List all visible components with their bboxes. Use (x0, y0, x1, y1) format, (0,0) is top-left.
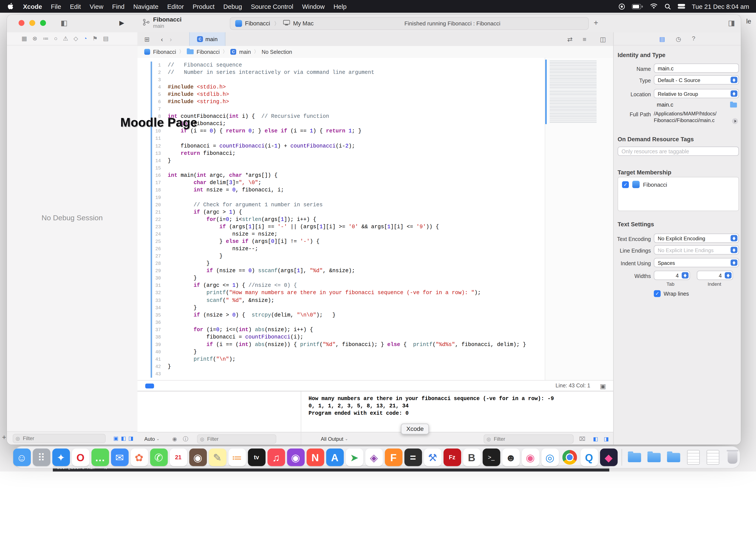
variables-filter-input[interactable] (206, 435, 273, 442)
code-line[interactable]: 22 for(i=0; i<strlen(args[1]); i++) { (138, 216, 614, 223)
code-line[interactable]: 8int countFibonacci(int i) { // Recursiv… (138, 113, 614, 120)
menu-xcode[interactable]: Xcode (18, 3, 46, 10)
code-line[interactable]: 28 } (138, 260, 614, 267)
dock-calculator-icon[interactable]: = (404, 448, 422, 466)
code-line[interactable]: 3 (138, 76, 614, 84)
breadcrumb-group[interactable]: Fibonacci (197, 49, 220, 55)
variables-filter-field[interactable]: ◎ (197, 434, 276, 443)
toggle-navigator-icon[interactable]: ◧ (61, 18, 68, 27)
open-path-arrow-icon[interactable] (732, 118, 738, 124)
code-line[interactable]: 42} (138, 363, 614, 370)
dock-folder-documents-icon[interactable] (645, 448, 663, 466)
run-button[interactable]: ▶ (120, 19, 124, 26)
navigator-tab-find-icon[interactable]: ○ (54, 35, 58, 42)
navigator-tab-project-icon[interactable]: ▦ (21, 35, 27, 42)
code-line[interactable]: 26 nsize--; (138, 245, 614, 253)
dock-launchpad-icon[interactable]: ⠿ (33, 448, 50, 466)
apple-menu-icon[interactable] (7, 2, 14, 10)
dock-filezilla-icon[interactable]: Fz (443, 448, 461, 466)
menu-bar-clock[interactable]: Tue 21 Dec 8:04 am (692, 3, 749, 10)
dock-xcode-icon[interactable]: ⚒ (424, 448, 441, 466)
back-icon[interactable]: ‹ (161, 36, 163, 43)
type-popup[interactable]: Default - C Source (654, 75, 739, 85)
code-line[interactable]: 41 printf("\n"); (138, 356, 614, 363)
dock-facetime-icon[interactable]: ✆ (150, 448, 168, 466)
dock-notes-icon[interactable]: ✎ (209, 448, 226, 466)
line-endings-popup[interactable]: No Explicit Line Endings (654, 245, 739, 255)
code-line[interactable]: 29 if (nsize == 0) sscanf(args[1], "%d",… (138, 267, 614, 275)
dock-affinity-icon[interactable]: ◆ (600, 448, 617, 466)
show-variables-pane-icon[interactable]: ◧ (593, 436, 598, 442)
membership-checkbox[interactable]: ✓ (622, 181, 629, 188)
indent-using-popup[interactable]: Spaces (654, 258, 739, 267)
code-line[interactable]: 13 return fibonacci; (138, 150, 614, 157)
code-line[interactable]: 20 // Check for argument 1 number in ser… (138, 201, 614, 209)
control-center-icon[interactable] (678, 4, 685, 9)
console-output-scope[interactable]: All Output⌄ (321, 436, 348, 442)
navigator-tab-symbols-icon[interactable]: ≔ (43, 35, 48, 42)
menu-find[interactable]: Find (108, 3, 129, 10)
code-line[interactable]: 9 int fibonacci; (138, 120, 614, 128)
code-line[interactable]: 32 printf("How many numbers are there in… (138, 290, 614, 297)
breakpoint-badge[interactable] (145, 384, 154, 389)
zoom-window-button[interactable] (40, 20, 46, 26)
text-encoding-popup[interactable]: No Explicit Encoding (654, 234, 739, 243)
code-line[interactable]: 39 if (i == (int) abs(nsize)) { printf("… (138, 341, 614, 348)
code-line[interactable]: 4#include <stdio.h> (138, 84, 614, 91)
dock-terminal-icon[interactable]: >_ (482, 448, 500, 466)
scheme-selector[interactable]: Fibonacci main (143, 16, 182, 29)
menu-product[interactable]: Product (188, 3, 219, 10)
dock-stack-files-2-icon[interactable] (704, 448, 721, 466)
code-line[interactable]: 43 (138, 370, 614, 378)
dock-trash-icon[interactable] (723, 448, 741, 466)
menu-window[interactable]: Window (298, 3, 329, 10)
run-destination-selector[interactable]: Fibonacci 〉 My Mac (235, 20, 313, 27)
battery-icon[interactable] (632, 4, 643, 9)
toolbar-add-button[interactable]: + (594, 18, 598, 27)
menu-source-control[interactable]: Source Control (247, 3, 298, 10)
code-line[interactable]: 7 (138, 106, 614, 113)
breadcrumb-selection[interactable]: No Selection (262, 49, 292, 55)
menu-help[interactable]: Help (329, 3, 351, 10)
menu-navigate[interactable]: Navigate (129, 3, 163, 10)
navigator-tab-tests-icon[interactable]: ◇ (73, 35, 78, 42)
code-line[interactable]: 12 fibonacci = countFibonacci(i-1) + cou… (138, 142, 614, 150)
console-filter-input[interactable] (493, 435, 571, 442)
breadcrumb-file[interactable]: main (239, 49, 251, 55)
dock-github-icon[interactable]: ☻ (502, 448, 520, 466)
editor-options-icon[interactable]: ▣ (600, 383, 606, 390)
dock-calendar-icon[interactable]: 21 (169, 448, 187, 466)
membership-row[interactable]: ✓ Fibonacci (618, 177, 738, 188)
resource-tags-field[interactable]: Only resources are taggable (618, 147, 739, 156)
code-line[interactable]: 17 char delim[3]=", \0"; (138, 179, 614, 187)
dock-maps-icon[interactable]: ➤ (345, 448, 363, 466)
add-editor-icon[interactable]: ◫ (600, 36, 606, 43)
clear-console-icon[interactable]: ⌧ (579, 436, 585, 442)
code-line[interactable]: 5#include <stdlib.h> (138, 91, 614, 98)
dock-creative-app-icon[interactable]: ◉ (522, 448, 539, 466)
dock-folder-downloads-icon[interactable] (665, 448, 683, 466)
code-review-icon[interactable]: ⇄ (567, 36, 573, 43)
dock-photos-icon[interactable]: ✿ (130, 448, 148, 466)
console-output[interactable]: How many numbers are there in your fibon… (301, 392, 613, 433)
code-line[interactable]: 25 } else if (args[0][i] != '-') { (138, 238, 614, 245)
forward-icon[interactable]: › (170, 36, 172, 43)
location-popup[interactable]: Relative to Group (654, 89, 739, 98)
reveal-folder-icon[interactable] (730, 103, 737, 108)
dock-color-tools-icon[interactable]: ◈ (365, 448, 383, 466)
dock-folder-projects-icon[interactable] (626, 448, 643, 466)
wrap-lines-checkbox[interactable]: ✓ (654, 290, 661, 297)
dock-tv-icon[interactable]: tv (248, 448, 265, 466)
dock-news-icon[interactable]: N (307, 448, 324, 466)
variables-scope-selector[interactable]: Auto⌄ (144, 436, 159, 442)
show-console-pane-icon[interactable]: ◨ (604, 436, 609, 442)
dock-chrome-icon[interactable] (561, 448, 579, 466)
navigator-tab-source-control-icon[interactable]: ⊗ (33, 35, 38, 42)
code-line[interactable]: 11 (138, 135, 614, 142)
code-line[interactable]: 35 if (nsize > 0) { strcpy(delim, "\n\0"… (138, 312, 614, 319)
history-inspector-icon[interactable]: ◷ (676, 35, 681, 42)
menu-editor[interactable]: Editor (163, 3, 188, 10)
code-line[interactable]: 40 } (138, 348, 614, 355)
code-line[interactable]: 24 nsize = nsize; (138, 231, 614, 238)
source-code-editor[interactable]: 1// Fibonacci sequence2// Number in seri… (138, 58, 614, 380)
